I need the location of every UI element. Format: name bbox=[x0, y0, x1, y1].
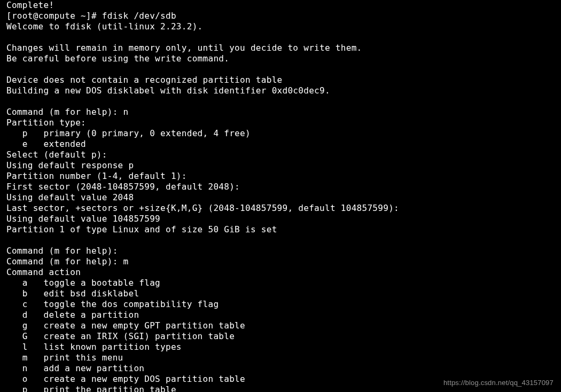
terminal-output[interactable]: Complete! [root@compute ~]# fdisk /dev/s… bbox=[0, 0, 561, 392]
watermark-text: https://blog.csdn.net/qq_43157097 bbox=[443, 379, 554, 387]
